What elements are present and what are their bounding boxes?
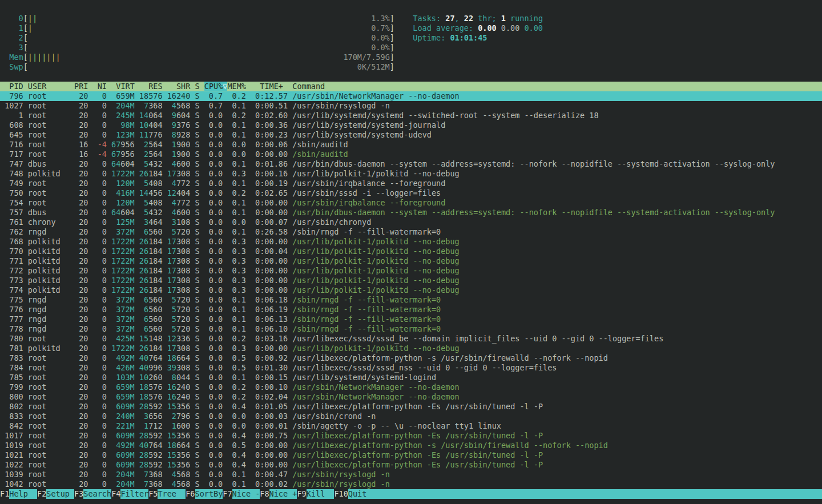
user: root bbox=[23, 334, 74, 343]
process-row-799[interactable]: 799 root 20 0 659M 18576 16240 S 0.0 0.2… bbox=[0, 382, 822, 392]
fkey-f4-filter-button[interactable]: Filter bbox=[120, 489, 148, 499]
state: S bbox=[190, 373, 199, 382]
process-row-777[interactable]: 777 rngd 20 0 372M 6560 5720 S 0.0 0.1 0… bbox=[0, 315, 822, 324]
process-row-754[interactable]: 754 root 20 0 120M 5408 4772 S 0.0 0.1 0… bbox=[0, 198, 822, 208]
process-row-716[interactable]: 716 root 16 -4 67956 2564 1900 S 0.0 0.0… bbox=[0, 140, 822, 150]
process-row-783[interactable]: 783 root 20 0 492M 40764 18664 S 0.0 0.5… bbox=[0, 353, 822, 363]
fkey-f6-key[interactable]: F6 bbox=[186, 489, 195, 499]
process-row-1042[interactable]: 1042 root 20 0 204M 7368 4568 S 0.0 0.1 … bbox=[0, 479, 822, 489]
process-row-774[interactable]: 774 polkitd 20 0 1722M 26184 17308 S 0.0… bbox=[0, 285, 822, 295]
fkey-f2-setup-button[interactable]: Setup bbox=[46, 489, 74, 499]
priority: 20 bbox=[74, 227, 88, 236]
fkey-f3-search-button[interactable]: Search bbox=[83, 489, 111, 499]
fkey-f8-key[interactable]: F8 bbox=[260, 489, 269, 499]
process-row-770[interactable]: 770 polkitd 20 0 1722M 26184 17308 S 0.0… bbox=[0, 247, 822, 256]
process-row-1021[interactable]: 1021 root 20 0 609M 28592 15356 S 0.0 0.… bbox=[0, 450, 822, 460]
shr-kb: 336 bbox=[176, 334, 190, 343]
fkey-f10-quit-button[interactable]: Quit bbox=[348, 489, 822, 499]
pid: 775 bbox=[0, 295, 23, 304]
process-row-781[interactable]: 781 polkitd 20 0 1722M 26184 17308 S 0.0… bbox=[0, 344, 822, 353]
fkey-f10-key[interactable]: F10 bbox=[334, 489, 348, 499]
process-row-761[interactable]: 761 chrony 20 0 125M 3464 3108 S 0.0 0.0… bbox=[0, 217, 822, 227]
process-row-775[interactable]: 775 rngd 20 0 372M 6560 5720 S 0.0 0.1 0… bbox=[0, 295, 822, 305]
fkey-f6-sortby-button[interactable]: SortBy bbox=[195, 489, 223, 499]
shr-kb: 356 bbox=[176, 402, 190, 411]
column-header-shr[interactable]: SHR bbox=[167, 82, 191, 91]
time: 0:26.58 bbox=[246, 227, 292, 236]
process-row-768[interactable]: 768 polkitd 20 0 1722M 26184 17308 S 0.0… bbox=[0, 237, 822, 247]
process-row-1027[interactable]: 1027 root 20 0 204M 7368 4568 S 0.7 0.1 … bbox=[0, 101, 822, 111]
gap bbox=[135, 111, 139, 120]
fkey-f2-key[interactable]: F2 bbox=[37, 489, 46, 499]
command: /usr/lib/polkit-1/polkitd --no-debug bbox=[292, 256, 460, 265]
process-row-717[interactable]: 717 root 16 -4 67956 2564 1900 S 0.0 0.0… bbox=[0, 150, 822, 159]
fkey-f1-key[interactable]: F1 bbox=[0, 489, 9, 499]
user: root bbox=[23, 470, 74, 479]
fkey-f7-nice--button[interactable]: Nice - bbox=[232, 489, 260, 499]
user: rngd bbox=[23, 295, 74, 304]
process-row-747[interactable]: 747 dbus 20 0 64604 5432 4600 S 0.0 0.1 … bbox=[0, 159, 822, 169]
shr-kb: 664 bbox=[176, 441, 190, 450]
fkey-f8-nice--button[interactable]: Nice + bbox=[269, 489, 297, 499]
pid: 783 bbox=[0, 353, 23, 362]
nice: 0 bbox=[88, 402, 111, 411]
column-header-pid[interactable]: PID bbox=[0, 82, 23, 91]
fkey-f5-tree-button[interactable]: Tree bbox=[158, 489, 186, 499]
shr-mb: 17 bbox=[167, 237, 176, 246]
user: dbus bbox=[23, 208, 74, 217]
process-row-749[interactable]: 749 root 20 0 120M 5408 4772 S 0.0 0.1 0… bbox=[0, 179, 822, 188]
process-row-1[interactable]: 1 root 20 0 245M 14064 9604 S 0.0 0.2 0:… bbox=[0, 111, 822, 120]
process-row-1022[interactable]: 1022 root 20 0 609M 28592 15356 S 0.0 0.… bbox=[0, 460, 822, 470]
gap bbox=[135, 479, 139, 489]
process-row-800[interactable]: 800 root 20 0 659M 18576 16240 S 0.0 0.2… bbox=[0, 392, 822, 402]
column-header-pri[interactable]: PRI bbox=[74, 82, 88, 91]
process-row-785[interactable]: 785 root 20 0 103M 10260 8044 S 0.0 0.1 … bbox=[0, 373, 822, 382]
shr-mb: 17 bbox=[167, 344, 176, 353]
cpu-meter-1-label: 1 bbox=[0, 23, 23, 33]
time: 0:06.10 bbox=[246, 324, 292, 333]
process-row-750[interactable]: 750 root 20 0 416M 14456 12404 S 0.0 0.2… bbox=[0, 188, 822, 198]
mem-percent: 0.0 bbox=[223, 150, 246, 159]
column-header-s[interactable]: S bbox=[195, 82, 199, 91]
process-row-784[interactable]: 784 root 20 0 426M 40996 39308 S 0.0 0.5… bbox=[0, 363, 822, 373]
fkey-f9-kill-button[interactable]: Kill bbox=[307, 489, 335, 499]
fkey-f1-help-button[interactable]: Help bbox=[9, 489, 37, 499]
gap bbox=[163, 412, 167, 421]
process-row-1019[interactable]: 1019 root 20 0 492M 40764 18664 S 0.0 0.… bbox=[0, 441, 822, 450]
process-row-771[interactable]: 771 polkitd 20 0 1722M 26184 17308 S 0.0… bbox=[0, 256, 822, 266]
column-header-res[interactable]: RES bbox=[139, 82, 163, 91]
fkey-f5-key[interactable]: F5 bbox=[148, 489, 158, 499]
process-row-1017[interactable]: 1017 root 20 0 609M 28592 15356 S 0.0 0.… bbox=[0, 431, 822, 441]
column-header-time[interactable]: TIME+ bbox=[251, 82, 288, 91]
column-header-command[interactable]: Command bbox=[292, 82, 325, 91]
process-row-776[interactable]: 776 rngd 20 0 372M 6560 5720 S 0.0 0.1 0… bbox=[0, 305, 822, 315]
fkey-f3-key[interactable]: F3 bbox=[74, 489, 83, 499]
priority: 20 bbox=[74, 353, 88, 362]
process-row-1039[interactable]: 1039 root 20 0 204M 7368 4568 S 0.0 0.1 … bbox=[0, 470, 822, 479]
state: S bbox=[190, 111, 199, 120]
res-kb: 592 bbox=[148, 460, 162, 469]
fkey-f7-key[interactable]: F7 bbox=[223, 489, 232, 499]
process-row-748[interactable]: 748 polkitd 20 0 1722M 26184 17308 S 0.0… bbox=[0, 169, 822, 179]
process-row-608[interactable]: 608 root 20 0 98M 10404 9376 S 0.0 0.1 0… bbox=[0, 120, 822, 130]
process-row-802[interactable]: 802 root 20 0 609M 28592 15356 S 0.0 0.4… bbox=[0, 402, 822, 412]
process-row-645[interactable]: 645 root 20 0 123M 11776 8928 S 0.0 0.1 … bbox=[0, 130, 822, 140]
column-header-user[interactable]: USER bbox=[28, 82, 70, 91]
column-header-mem[interactable]: MEM% bbox=[227, 82, 246, 91]
fkey-f9-key[interactable]: F9 bbox=[297, 489, 306, 499]
process-row-757[interactable]: 757 dbus 20 0 64604 5432 4600 S 0.0 0.1 … bbox=[0, 208, 822, 217]
column-header-ni[interactable]: NI bbox=[93, 82, 107, 91]
process-row-780[interactable]: 780 root 20 0 425M 15148 12336 S 0.0 0.2… bbox=[0, 334, 822, 344]
column-header-cpu-sorted[interactable]: CPU%▽ bbox=[204, 82, 228, 91]
fkey-f4-key[interactable]: F4 bbox=[111, 489, 120, 499]
command: /sbin/auditd bbox=[292, 140, 348, 149]
process-row-762[interactable]: 762 rngd 20 0 372M 6560 5720 S 0.0 0.1 0… bbox=[0, 227, 822, 237]
process-row-772[interactable]: 772 polkitd 20 0 1722M 26184 17308 S 0.0… bbox=[0, 266, 822, 276]
process-row-833[interactable]: 833 root 20 0 240M 3656 2796 S 0.0 0.0 0… bbox=[0, 412, 822, 421]
process-row-796[interactable]: 796 root 20 0 659M 18576 16240 S 0.7 0.2… bbox=[0, 91, 822, 101]
column-header-virt[interactable]: VIRT bbox=[111, 82, 135, 91]
process-row-778[interactable]: 778 rngd 20 0 372M 6560 5720 S 0.0 0.1 0… bbox=[0, 324, 822, 334]
pid: 1039 bbox=[0, 470, 23, 479]
process-row-842[interactable]: 842 root 20 0 221M 1712 1600 S 0.0 0.0 0… bbox=[0, 421, 822, 431]
process-row-773[interactable]: 773 polkitd 20 0 1722M 26184 17308 S 0.0… bbox=[0, 276, 822, 285]
